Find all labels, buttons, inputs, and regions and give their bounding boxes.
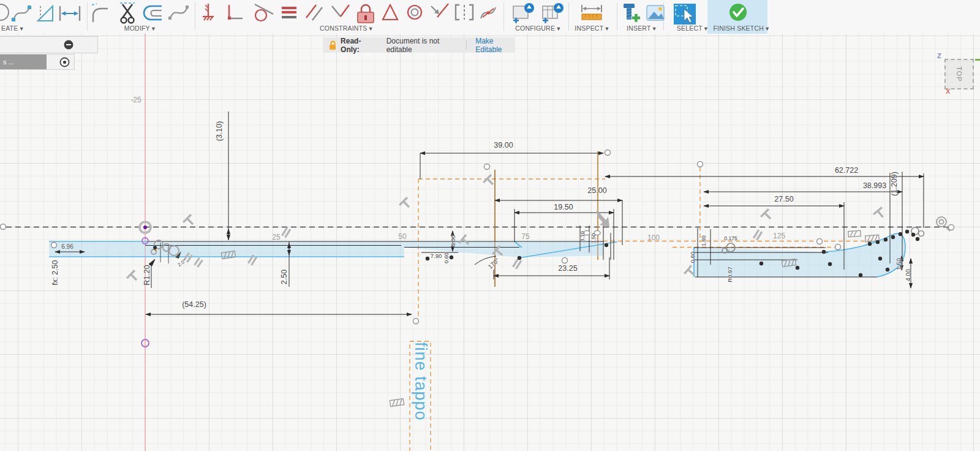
- dim-790[interactable]: 7.90: [431, 252, 442, 259]
- toolbar-separator: [663, 2, 664, 31]
- toolbar-separator: [195, 2, 195, 31]
- dim-5425[interactable]: (54.25): [182, 300, 206, 309]
- configure-menu-label[interactable]: CONFIGURE ▾: [515, 25, 560, 32]
- constraints-menu-label[interactable]: CONSTRAINTS ▾: [320, 25, 372, 32]
- toolbar-separator: [568, 2, 569, 31]
- lock-icon: [329, 40, 336, 50]
- fusion-sketch-window: { "toolbar": { "create_label": "EATE ▾",…: [0, 0, 980, 451]
- collapse-minus-icon[interactable]: [64, 40, 74, 50]
- browser-header-fragment[interactable]: [0, 36, 98, 53]
- visibility-radio-icon[interactable]: [59, 57, 70, 67]
- grid-label-x25: 25: [272, 233, 280, 241]
- dim-38993[interactable]: 38.993: [863, 181, 886, 190]
- read-only-banner: Read-Only: Document is not editable Make…: [323, 37, 515, 53]
- dim-696[interactable]: 6.96: [61, 243, 73, 250]
- dim-62722[interactable]: 62.722: [835, 166, 858, 175]
- read-only-title: Read-Only:: [341, 37, 374, 54]
- banner-divider: [466, 40, 467, 50]
- create-menu-label[interactable]: EATE ▾: [1, 25, 23, 32]
- viewcube-axis-x: X: [946, 88, 950, 95]
- dim-2325[interactable]: 23.25: [558, 264, 577, 273]
- dim-150-right[interactable]: 1.50: [896, 258, 903, 270]
- browser-item-label[interactable]: s ...: [0, 55, 47, 69]
- dim-r097[interactable]: R0.97: [726, 267, 733, 282]
- dim-150[interactable]: 1.50: [590, 233, 597, 244]
- modify-menu-label[interactable]: MODIFY ▾: [124, 25, 155, 32]
- sketch-canvas[interactable]: [0, 34, 980, 451]
- insert-menu-label[interactable]: INSERT ▾: [627, 25, 656, 32]
- select-menu-label[interactable]: SELECT ▾: [677, 25, 707, 32]
- dim-2500[interactable]: 25.00: [587, 186, 606, 195]
- viewcube-top-face[interactable]: TOP: [956, 66, 963, 81]
- sketch-text-fine-tappo[interactable]: fine tappo: [411, 342, 430, 421]
- dim-0175[interactable]: 0.175: [724, 235, 737, 241]
- finish-sketch-label[interactable]: FINISH SKETCH ▾: [713, 25, 769, 32]
- viewcube[interactable]: TOP: [944, 59, 974, 89]
- toolbar-separator: [87, 2, 88, 31]
- dim-310[interactable]: 3.10: [579, 231, 586, 242]
- read-only-message: Document is not editable: [386, 37, 456, 54]
- grid-label-x50: 50: [398, 232, 406, 241]
- dim-2750[interactable]: 27.50: [774, 195, 793, 203]
- grid-label-y-25: -25: [130, 96, 141, 104]
- dim-fx-250[interactable]: fx: 2.50: [51, 260, 59, 286]
- dim-400[interactable]: 4.00: [905, 269, 912, 281]
- toolbar-separator: [617, 2, 617, 31]
- grid-label-x75: 75: [521, 232, 529, 241]
- dim-310-ref[interactable]: (3.10): [215, 121, 224, 142]
- dim-060-left[interactable]: 0.60: [443, 252, 450, 263]
- dim-r120[interactable]: R1.20: [143, 265, 151, 285]
- dim-39[interactable]: 39.00: [494, 141, 513, 150]
- dim-160[interactable]: 1.60: [701, 235, 707, 246]
- dim-1209-ref[interactable]: (1.209): [890, 172, 899, 196]
- make-editable-link[interactable]: Make Editable: [475, 37, 515, 54]
- dim-500[interactable]: 5.00: [450, 235, 456, 247]
- dim-060-right[interactable]: 0.60: [689, 252, 696, 263]
- dim-1950[interactable]: 19.50: [554, 203, 573, 211]
- inspect-menu-label[interactable]: INSPECT ▾: [575, 25, 608, 32]
- toolbar-separator: [503, 2, 504, 31]
- grid-label-x125: 125: [773, 232, 785, 240]
- dim-250[interactable]: 2.50: [280, 270, 288, 284]
- viewcube-axis-z: Z: [937, 52, 941, 59]
- sketch-toolbar: EATE ▾ MODIFY ▾ CONSTRAINTS ▾ CONFIGURE …: [0, 0, 980, 34]
- browser-item-fragment[interactable]: s ...: [0, 54, 75, 70]
- grid-label-x100: 100: [647, 233, 660, 242]
